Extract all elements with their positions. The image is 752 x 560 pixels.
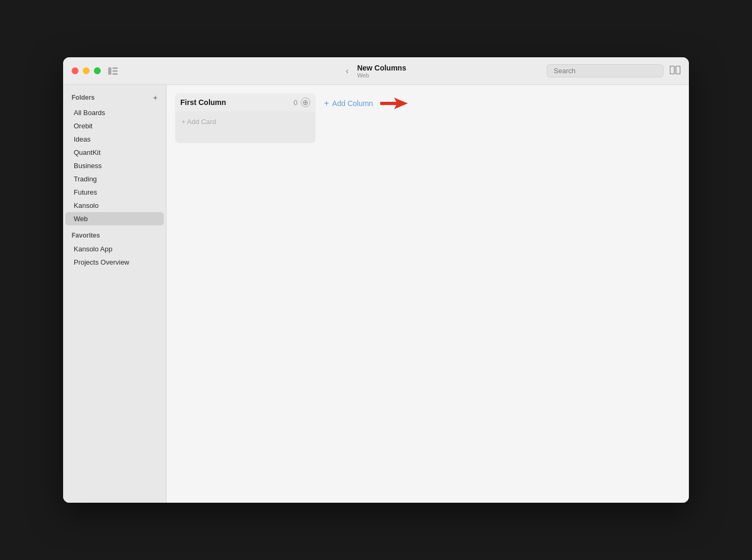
window-subtitle: Web xyxy=(357,72,369,78)
back-button[interactable]: ‹ xyxy=(346,66,348,76)
svg-rect-4 xyxy=(670,66,675,74)
column-count: 0 xyxy=(294,99,298,107)
add-column-plus-icon: + xyxy=(324,99,329,108)
sidebar-item-web[interactable]: Web xyxy=(65,212,164,225)
svg-rect-5 xyxy=(676,66,680,74)
sidebar-item-trading[interactable]: Trading xyxy=(65,172,164,186)
svg-rect-7 xyxy=(380,102,397,105)
sidebar: Folders + All Boards Orebit Ideas QuantK… xyxy=(63,85,167,503)
board-area: First Column 0 ⊕ + Add Card + Add Column xyxy=(167,85,689,503)
column-header: First Column 0 ⊕ xyxy=(175,93,316,111)
traffic-lights xyxy=(72,67,101,74)
sidebar-item-orebit[interactable]: Orebit xyxy=(65,119,164,133)
search-input[interactable] xyxy=(547,64,663,77)
column-count-area: 0 ⊕ xyxy=(294,98,310,107)
folders-label: Folders xyxy=(72,94,94,101)
column-options-button[interactable]: ⊕ xyxy=(301,98,310,107)
main-content: Folders + All Boards Orebit Ideas QuantK… xyxy=(63,85,689,503)
svg-rect-2 xyxy=(112,70,118,72)
arrow-indicator xyxy=(380,98,408,109)
app-window: ‹ New Columns Web Folders + All Boa xyxy=(63,57,689,503)
sidebar-item-futures[interactable]: Futures xyxy=(65,186,164,199)
svg-rect-1 xyxy=(112,67,118,69)
sidebar-item-kansolo-app[interactable]: Kansolo App xyxy=(65,242,164,256)
add-column-label: Add Column xyxy=(332,99,373,108)
sidebar-item-ideas[interactable]: Ideas xyxy=(65,133,164,146)
sidebar-item-quantkit[interactable]: QuantKit xyxy=(65,146,164,159)
sidebar-item-projects-overview[interactable]: Projects Overview xyxy=(65,256,164,269)
title-block: New Columns Web xyxy=(357,64,406,78)
window-title: New Columns xyxy=(357,64,406,72)
column-body: + Add Card xyxy=(175,111,316,143)
titlebar-center: ‹ New Columns Web xyxy=(346,64,406,78)
column-title: First Column xyxy=(180,98,226,107)
sidebar-item-all-boards[interactable]: All Boards xyxy=(65,106,164,119)
close-button[interactable] xyxy=(72,67,78,74)
sidebar-toggle-button[interactable] xyxy=(108,67,118,75)
arrow-icon xyxy=(380,98,408,109)
folders-add-button[interactable]: + xyxy=(153,93,158,102)
sidebar-item-business[interactable]: Business xyxy=(65,159,164,172)
add-card-button[interactable]: + Add Card xyxy=(179,116,311,128)
minimize-button[interactable] xyxy=(83,67,90,74)
column-first: First Column 0 ⊕ + Add Card xyxy=(175,93,316,143)
svg-rect-0 xyxy=(108,67,111,75)
sidebar-item-kansolo[interactable]: Kansolo xyxy=(65,199,164,212)
folders-header: Folders + xyxy=(63,91,166,106)
favorites-label: Favorites xyxy=(63,225,166,242)
titlebar: ‹ New Columns Web xyxy=(63,57,689,85)
split-view-icon[interactable] xyxy=(670,66,680,76)
svg-rect-3 xyxy=(112,73,118,75)
titlebar-right xyxy=(547,64,680,77)
add-column-area[interactable]: + Add Column xyxy=(322,93,410,113)
maximize-button[interactable] xyxy=(94,67,101,74)
